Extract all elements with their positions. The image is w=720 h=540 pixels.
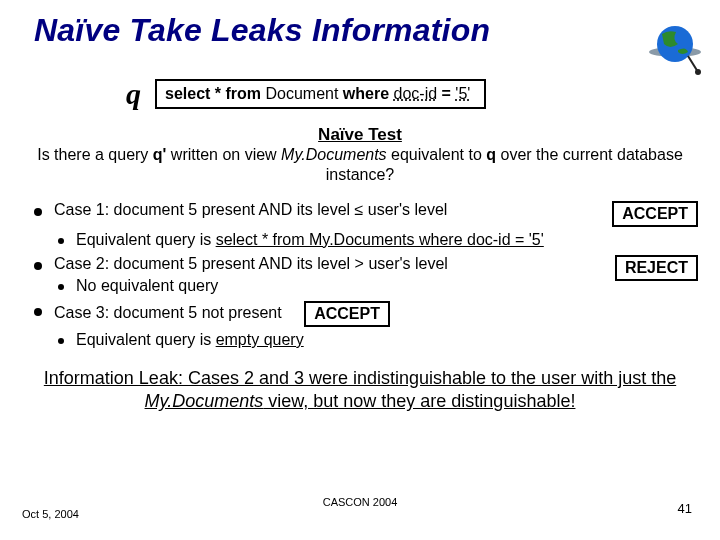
q-pre: select * from	[165, 85, 265, 102]
q-tbl: Document	[265, 85, 338, 102]
query-box: select * from Document where doc-id = '5…	[155, 79, 486, 109]
page-title: Naïve Take Leaks Information	[0, 0, 720, 49]
case-3-sub: Equivalent query is empty query	[54, 331, 698, 349]
q-eq: =	[437, 85, 455, 102]
leak-view: My.Documents	[145, 391, 264, 411]
leak-p2: view, but now they are distinguishable!	[263, 391, 575, 411]
q-cond-l: doc-id	[394, 85, 438, 102]
c1-sub-pre: Equivalent query is	[76, 231, 216, 248]
reject-badge: REJECT	[615, 255, 698, 281]
nt-p1: Is there a query	[37, 146, 153, 163]
naive-test-body: Is there a query q' written on view My.D…	[0, 145, 720, 185]
case-3-text: Case 3: document 5 not present	[54, 304, 282, 321]
nt-view: My.Documents	[281, 146, 387, 163]
q-label: q	[126, 77, 141, 111]
naive-test-heading: Naïve Test	[0, 125, 720, 145]
accept-badge-2: ACCEPT	[304, 301, 390, 327]
case-list: Case 1: document 5 present AND its level…	[0, 201, 720, 349]
footer-page-number: 41	[678, 501, 692, 516]
case-1-text: Case 1: document 5 present AND its level…	[54, 201, 600, 219]
accept-badge: ACCEPT	[612, 201, 698, 227]
query-row: q select * from Document where doc-id = …	[126, 77, 720, 111]
case-2-text: Case 2: document 5 present AND its level…	[54, 255, 603, 273]
nt-p3: equivalent to	[387, 146, 487, 163]
q-mid: where	[338, 85, 393, 102]
svg-point-3	[695, 69, 701, 75]
case-1-sub: Equivalent query is select * from My.Doc…	[54, 231, 698, 249]
footer-conference: CASCON 2004	[0, 496, 720, 508]
c3-sub-u: empty query	[216, 331, 304, 348]
nt-qref: q	[486, 146, 496, 163]
case-1: Case 1: document 5 present AND its level…	[28, 201, 698, 249]
nt-qprime: q'	[153, 146, 167, 163]
leak-p1: Information Leak: Cases 2 and 3 were ind…	[44, 368, 676, 388]
information-leak: Information Leak: Cases 2 and 3 were ind…	[0, 367, 720, 414]
case-2: Case 2: document 5 present AND its level…	[28, 255, 698, 295]
nt-p2: written on view	[166, 146, 281, 163]
c3-sub-pre: Equivalent query is	[76, 331, 216, 348]
case-2-sub: No equivalent query	[54, 277, 603, 295]
q-cond-r: '5'	[455, 85, 470, 102]
case-3: Case 3: document 5 not present ACCEPT Eq…	[28, 301, 698, 349]
footer-date: Oct 5, 2004	[22, 508, 79, 520]
c1-sub-u: select * from My.Documents where doc-id …	[216, 231, 544, 248]
globe-icon	[648, 22, 702, 76]
